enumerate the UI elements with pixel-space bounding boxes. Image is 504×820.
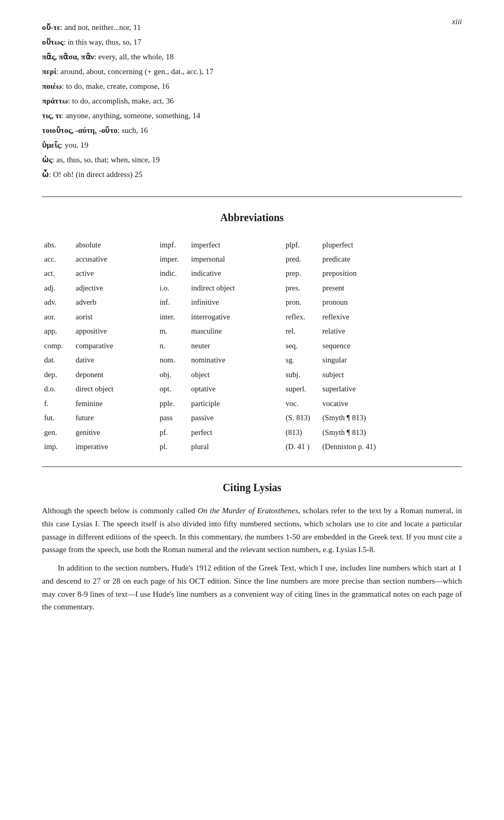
abbr-val: (Denniston p. 41) (320, 440, 404, 454)
abbr-key: aor. (42, 309, 74, 324)
intro-line-8: τοιοῦτος, -αύτη, -οῦτο: such, 16 (42, 124, 462, 137)
abbr-key: dat. (42, 353, 74, 367)
abbr-val: imperative (74, 440, 158, 454)
abbr-val-indirect-object: indirect object (189, 281, 284, 295)
abbr-val: adverb (74, 295, 158, 309)
abbr-key: pass (158, 411, 189, 425)
abbr-key: seq. (284, 338, 320, 352)
divider-1 (42, 196, 462, 197)
abbr-key: (D. 41 ) (284, 440, 320, 454)
abbr-key: pf. (158, 425, 189, 439)
abbr-val: impersonal (189, 252, 284, 266)
abbr-key: nom. (158, 353, 189, 367)
abbr-val: (Smyth ¶ 813) (320, 411, 404, 425)
intro-line-5: ποιέω: to do, make, create, compose, 16 (42, 80, 462, 92)
abbreviations-title: Abbreviations (42, 210, 462, 226)
abbr-val: optative (189, 382, 284, 396)
greek-word-4: περί (42, 67, 56, 76)
abbr-key: pple. (158, 396, 189, 410)
abbr-key: subj. (284, 367, 320, 381)
page-number: xiii (452, 16, 462, 28)
abbr-val: feminine (74, 396, 158, 410)
abbr-key: abs. (42, 237, 74, 252)
divider-2 (42, 466, 462, 467)
abbr-val: direct object (74, 382, 158, 396)
intro-line-7: τις, τι: anyone, anything, someone, some… (42, 109, 462, 122)
abbr-val: superlative (320, 382, 404, 396)
abbr-val: aorist (74, 309, 158, 324)
abbr-key: f. (42, 396, 74, 410)
abbr-val: indicative (189, 266, 284, 281)
citing-paragraph-1: Although the speech below is commonly ca… (42, 504, 462, 556)
intro-line-6: πράττω: to do, accomplish, make, act, 36 (42, 95, 462, 107)
abbr-val: present (320, 281, 404, 295)
abbr-val: vocative (320, 396, 404, 410)
abbr-val: (Smyth ¶ 813) (320, 425, 404, 439)
abbr-val: predicate (320, 252, 404, 266)
abbr-key: comp. (42, 338, 74, 352)
abbr-val: reflexive (320, 309, 404, 324)
intro-section: οὔ-τε: and not, neither...nor, 11 οὕτως:… (42, 21, 462, 181)
abbr-val: active (74, 266, 158, 281)
abbr-key: adv. (42, 295, 74, 309)
abbr-key: n. (158, 338, 189, 352)
intro-line-3: πᾶς, πᾶσα, πᾶν: every, all, the whole, 1… (42, 50, 462, 63)
greek-word-3: πᾶς, πᾶσα, πᾶν (42, 53, 94, 61)
abbr-key: m. (158, 324, 189, 338)
abbr-val: pronoun (320, 295, 404, 309)
abbr-key: dep. (42, 367, 74, 381)
greek-word-1: οὔ-τε (42, 23, 60, 32)
abbr-key: impf. (158, 237, 189, 252)
abbr-key: opt. (158, 382, 189, 396)
abbr-val: preposition (320, 266, 404, 281)
abbr-val: infinitive (189, 295, 284, 309)
abbr-val: singular (320, 353, 404, 367)
abbr-val: object (189, 367, 284, 381)
abbr-key: pres. (284, 281, 320, 295)
abbr-val: dative (74, 353, 158, 367)
abbr-val: interrogative (189, 309, 284, 324)
abbreviations-grid: abs. absolute impf. imperfect plpf. plup… (42, 237, 462, 454)
abbr-val: plural (189, 440, 284, 454)
citing-paragraph-2: In addition to the section numbers, Hude… (42, 562, 462, 614)
abbr-val: accusative (74, 252, 158, 266)
abbr-val: sequence (320, 338, 404, 352)
abbr-val: passive (189, 411, 284, 425)
abbr-key: imper. (158, 252, 189, 266)
abbr-key: (813) (284, 425, 320, 439)
abbr-val: relative (320, 324, 404, 338)
greek-word-5: ποιέω (42, 82, 62, 90)
abbr-val: neuter (189, 338, 284, 352)
abbr-val: pluperfect (320, 237, 404, 252)
intro-line-4: περί: around, about, concerning (+ gen.,… (42, 65, 462, 78)
greek-word-9: ὑμεῖς (42, 141, 60, 149)
intro-line-2: οὕτως: in this way, thus, so, 17 (42, 36, 462, 48)
abbr-key: obj. (158, 367, 189, 381)
abbr-key: inter. (158, 309, 189, 324)
abbr-val: imperfect (189, 237, 284, 252)
abbr-key: gen. (42, 425, 74, 439)
intro-line-11: ὦ: O! oh! (in direct address) 25 (42, 168, 462, 181)
abbr-key: act. (42, 266, 74, 281)
abbr-key: sg. (284, 353, 320, 367)
abbr-key: d.o. (42, 382, 74, 396)
abbr-key: pl. (158, 440, 189, 454)
abbr-val: absolute (74, 237, 158, 252)
abbr-val: subject (320, 367, 404, 381)
abbr-val: participle (189, 396, 284, 410)
abbr-val: masculine (189, 324, 284, 338)
abbr-key: voc. (284, 396, 320, 410)
intro-line-10: ὡς: as, thus, so, that; when, since, 19 (42, 153, 462, 166)
page: xiii οὔ-τε: and not, neither...nor, 11 ο… (0, 0, 504, 820)
abbr-val: adjective (74, 281, 158, 295)
greek-word-8: τοιοῦτος, -αύτη, -οῦτο (42, 126, 118, 134)
citing-title: Citing Lysias (42, 480, 462, 496)
abbr-val: genitive (74, 425, 158, 439)
abbr-key: reflex. (284, 309, 320, 324)
abbr-key: app. (42, 324, 74, 338)
abbr-val: comparative (74, 338, 158, 352)
intro-line-1: οὔ-τε: and not, neither...nor, 11 (42, 21, 462, 34)
greek-word-2: οὕτως (42, 38, 64, 46)
abbr-key: imp. (42, 440, 74, 454)
abbr-key: pred. (284, 252, 320, 266)
